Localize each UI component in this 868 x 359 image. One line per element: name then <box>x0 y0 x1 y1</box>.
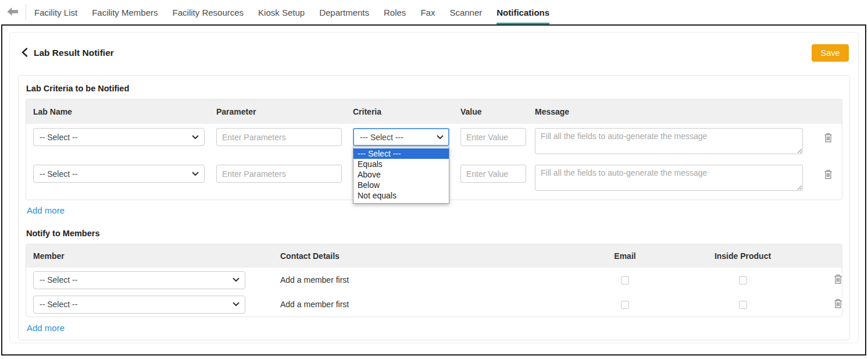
column-header-criteria: Criteria <box>346 107 453 116</box>
column-header-parameter: Parameter <box>209 107 346 116</box>
nav-back-button[interactable] <box>0 0 26 24</box>
column-header-contact-details: Contact Details <box>273 251 590 261</box>
member-row: -- Select -- Add a member first <box>26 268 842 292</box>
tab-bar: Facility List Facility Members Facility … <box>34 0 549 24</box>
notify-members-table: Member Contact Details Email Inside Prod… <box>26 244 842 317</box>
dropdown-option-select[interactable]: --- Select --- <box>353 148 449 159</box>
add-more-members-link[interactable]: Add more <box>27 323 65 333</box>
member-select[interactable]: -- Select -- <box>33 296 245 314</box>
lab-criteria-section-title: Lab Criteria to be Notified <box>26 83 842 99</box>
lab-criteria-table: Lab Name Parameter Criteria Value Messag… <box>26 99 842 200</box>
member-select[interactable]: -- Select -- <box>33 271 245 289</box>
delete-member-button[interactable] <box>833 297 844 311</box>
trash-icon <box>834 301 842 310</box>
main-panel: Lab Result Notifier Save Lab Criteria to… <box>1 24 866 356</box>
criteria-select[interactable]: --- Select --- <box>353 128 449 146</box>
column-header-inside-product: Inside Product <box>660 251 826 261</box>
tab-facility-resources[interactable]: Facility Resources <box>173 0 244 24</box>
lab-criteria-table-header: Lab Name Parameter Criteria Value Messag… <box>26 99 842 124</box>
page-title: Lab Result Notifier <box>34 48 114 58</box>
tab-facility-members[interactable]: Facility Members <box>92 0 158 24</box>
parameter-input[interactable] <box>216 165 342 183</box>
member-row: -- Select -- Add a member first <box>26 292 842 317</box>
column-header-message: Message <box>528 107 806 116</box>
lab-name-select[interactable]: -- Select -- <box>33 165 205 183</box>
tab-notifications[interactable]: Notifications <box>496 0 549 24</box>
dropdown-option-equals[interactable]: Equals <box>353 159 449 169</box>
column-header-value: Value <box>453 107 528 116</box>
criteria-dropdown-list: --- Select --- Equals Above Below Not eq… <box>353 147 449 204</box>
lab-name-select[interactable]: -- Select -- <box>33 128 205 146</box>
tab-kiosk-setup[interactable]: Kiosk Setup <box>258 0 305 24</box>
parameter-input[interactable] <box>216 128 342 146</box>
notifier-card: Lab Criteria to be Notified Lab Name Par… <box>18 75 850 340</box>
page-header: Lab Result Notifier Save <box>18 41 850 65</box>
tab-departments[interactable]: Departments <box>319 0 369 24</box>
dropdown-option-above[interactable]: Above <box>353 169 449 180</box>
notify-members-table-header: Member Contact Details Email Inside Prod… <box>26 244 842 268</box>
inside-product-checkbox[interactable] <box>739 276 747 285</box>
content-sheet: Lab Result Notifier Save Lab Criteria to… <box>9 32 859 343</box>
column-header-member: Member <box>26 251 273 261</box>
message-textarea[interactable] <box>535 128 803 154</box>
column-header-lab-name: Lab Name <box>26 107 209 116</box>
column-header-email: Email <box>590 251 660 261</box>
trash-icon <box>834 277 842 286</box>
tab-scanner[interactable]: Scanner <box>449 0 482 24</box>
inside-product-checkbox[interactable] <box>739 301 747 309</box>
email-checkbox[interactable] <box>621 301 629 309</box>
page-back-button[interactable] <box>19 48 34 59</box>
dropdown-option-below[interactable]: Below <box>353 180 449 190</box>
notify-members-section-title: Notify to Members <box>26 216 842 244</box>
delete-member-button[interactable] <box>833 273 844 287</box>
top-nav: Facility List Facility Members Facility … <box>0 0 868 24</box>
tab-facility-list[interactable]: Facility List <box>34 0 77 24</box>
nav-divider <box>26 4 26 20</box>
tab-roles[interactable]: Roles <box>384 0 406 24</box>
arrow-left-icon <box>7 8 19 17</box>
contact-details-text: Add a member first <box>280 300 349 309</box>
value-input[interactable] <box>460 165 526 183</box>
email-checkbox[interactable] <box>621 276 629 285</box>
delete-row-button[interactable] <box>823 168 834 182</box>
delete-row-button[interactable] <box>823 131 834 145</box>
chevron-left-icon <box>22 48 28 59</box>
dropdown-option-not-equals[interactable]: Not equals <box>353 190 449 201</box>
trash-icon <box>824 136 833 144</box>
save-button[interactable]: Save <box>812 44 849 62</box>
trash-icon <box>824 172 833 181</box>
add-more-criteria-link[interactable]: Add more <box>27 205 65 215</box>
value-input[interactable] <box>460 128 526 146</box>
tab-fax[interactable]: Fax <box>420 0 435 24</box>
contact-details-text: Add a member first <box>280 275 349 285</box>
lab-criteria-row: -- Select -- <box>26 128 842 157</box>
message-textarea[interactable] <box>535 165 803 191</box>
